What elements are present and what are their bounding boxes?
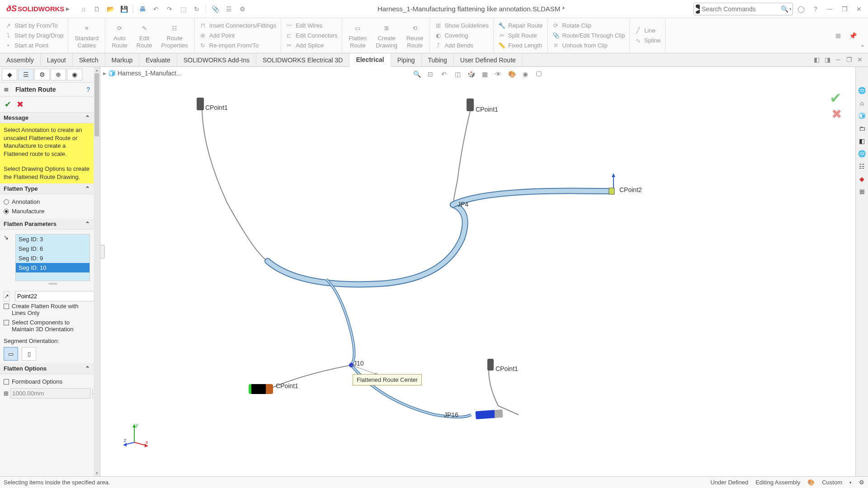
orient-horizontal-button[interactable]: ▭: [4, 347, 18, 361]
pm-tab-dim[interactable]: ⊕: [51, 69, 66, 80]
pm-tab-config[interactable]: ⚙: [34, 69, 50, 80]
section-flatten-options[interactable]: Flatten Options ⌃: [0, 363, 94, 374]
cmd-insert-connectors[interactable]: ⊓Insert Connectors/Fittings: [198, 21, 278, 30]
search-commands[interactable]: ▶ 🔍 ▾: [693, 3, 793, 15]
search-icon[interactable]: 🔍: [781, 5, 788, 13]
tab-tubing[interactable]: Tubing: [422, 53, 454, 66]
save-icon[interactable]: 💾: [118, 3, 130, 15]
scroll-thumb[interactable]: [94, 73, 99, 136]
seg-item-9[interactable]: Seg ID: 9: [16, 253, 90, 263]
cmd-add-point[interactable]: ⊕Add Point: [198, 31, 278, 40]
close-icon[interactable]: ✕: [853, 3, 865, 15]
cmd-edit-connectors[interactable]: ⊏Edit Connectors: [284, 31, 340, 40]
seg-item-10[interactable]: Seg ID: 10: [16, 263, 90, 272]
tab-piping[interactable]: Piping: [391, 53, 422, 66]
cmd-edit-wires[interactable]: 〰Edit Wires: [284, 21, 340, 30]
radio-manufacture[interactable]: Manufacture: [4, 206, 90, 216]
cancel-button[interactable]: ✖: [17, 99, 24, 109]
undo-icon[interactable]: ↶: [150, 3, 162, 15]
view-triad[interactable]: y x z: [123, 422, 150, 449]
cmd-add-bends[interactable]: ⤴Add Bends: [433, 41, 491, 50]
point-select-icon[interactable]: ↗: [4, 291, 9, 301]
connector-cpoint1-c[interactable]: [249, 384, 273, 394]
cmd-auto-route[interactable]: ⟳AutoRoute: [108, 20, 131, 51]
home-icon[interactable]: ⌂: [77, 3, 90, 15]
pm-tab-feature[interactable]: ◆: [2, 69, 17, 80]
tp-appearance-icon[interactable]: 🌐: [857, 148, 868, 159]
cmd-start-at-point[interactable]: •Start at Point: [3, 41, 65, 50]
dropdown-icon[interactable]: ▾: [789, 7, 792, 11]
tab-layout[interactable]: Layout: [41, 53, 73, 66]
cmd-route-through-clip[interactable]: 📎Route/Edit Through Clip: [551, 31, 627, 40]
scroll-up-icon[interactable]: ▴: [94, 67, 100, 73]
tp-home-icon[interactable]: ⌂: [857, 98, 868, 108]
minimize-icon[interactable]: ─: [824, 3, 836, 15]
user-icon[interactable]: ◯: [795, 3, 807, 15]
orient-vertical-button[interactable]: ▯: [22, 347, 36, 361]
cb-maintain-3d[interactable]: Select Components to Maintain 3D Orienta…: [4, 318, 90, 334]
pm-tab-appearance[interactable]: ◉: [67, 69, 82, 80]
tab-addins[interactable]: SOLIDWORKS Add-Ins: [177, 53, 256, 66]
cmd-line[interactable]: ╱Line: [632, 26, 662, 35]
ribbon-expand-icon[interactable]: ⊞: [832, 29, 844, 42]
cmd-route-properties[interactable]: ☷RouteProperties: [158, 20, 192, 51]
cmd-covering[interactable]: ◐Covering: [433, 31, 491, 40]
seg-item-3[interactable]: Seg ID: 3: [16, 235, 90, 244]
tab-evaluate[interactable]: Evaluate: [139, 53, 177, 66]
cmd-reimport[interactable]: ↻Re-Import From/To: [198, 41, 278, 50]
cmd-flatten-route[interactable]: ▭FlattenRoute: [345, 20, 370, 51]
rebuild-icon[interactable]: ↻: [190, 3, 203, 15]
tp-library-icon[interactable]: 🧊: [857, 110, 868, 121]
doc-min-icon[interactable]: ─: [834, 53, 843, 66]
cmd-create-drawing[interactable]: 🗎CreateDrawing: [372, 20, 401, 51]
list-icon[interactable]: ☰: [222, 3, 235, 15]
dimension-input[interactable]: [10, 388, 90, 399]
connector-cpoint1-b[interactable]: [467, 99, 474, 111]
section-flatten-type[interactable]: Flatten Type ⌃: [0, 183, 94, 194]
doc-max-icon[interactable]: ❐: [844, 53, 854, 66]
open-icon[interactable]: 📂: [104, 3, 117, 15]
help-icon[interactable]: ?: [86, 86, 90, 93]
section-message[interactable]: Message ⌃: [0, 113, 94, 123]
status-custom[interactable]: Custom: [822, 479, 842, 486]
seg-item-6[interactable]: Seg ID: 6: [16, 244, 90, 253]
scroll-down-icon[interactable]: ▾: [94, 470, 100, 476]
pm-tab-property[interactable]: ☰: [18, 69, 33, 80]
cmd-edit-route[interactable]: ✎EditRoute: [133, 20, 156, 51]
redo-icon[interactable]: ↷: [163, 3, 176, 15]
tab-markup[interactable]: Markup: [105, 53, 140, 66]
search-input[interactable]: [702, 5, 781, 13]
ok-button[interactable]: ✔: [5, 99, 11, 109]
segment-list[interactable]: Seg ID: 3 Seg ID: 6 Seg ID: 9 Seg ID: 10: [15, 234, 90, 281]
gear-icon[interactable]: ⚙: [236, 3, 249, 15]
panel-scrollbar[interactable]: ▴ ▾: [94, 67, 100, 476]
cb-formboard[interactable]: Formboard Options: [4, 377, 90, 386]
cmd-unhook-clip[interactable]: ⤲Unhook from Clip: [551, 41, 627, 50]
cb-lines-only[interactable]: Create Flatten Route with Lines Only: [4, 301, 90, 318]
status-unit-icon[interactable]: 🎨: [807, 479, 815, 486]
cmd-add-splice[interactable]: ✂Add Splice: [284, 41, 340, 50]
doc-tab-prev-icon[interactable]: ◧: [812, 53, 821, 66]
tab-sketch[interactable]: Sketch: [73, 53, 105, 66]
cmd-show-guidelines[interactable]: ⊞Show Guidelines: [433, 21, 491, 30]
options-icon[interactable]: 📎: [209, 3, 222, 15]
tab-assembly[interactable]: Assembly: [0, 53, 41, 66]
tab-user-route[interactable]: User Defined Route: [454, 53, 523, 66]
tab-electrical[interactable]: Electrical: [349, 53, 391, 67]
cmd-start-drag-drop[interactable]: ⤵Start by Drag/Drop: [3, 31, 65, 40]
tp-forum-icon[interactable]: ◆: [857, 174, 868, 184]
tp-view-icon[interactable]: ◧: [857, 136, 868, 146]
tp-custom-icon[interactable]: ⊞: [857, 186, 868, 197]
cmd-spline[interactable]: ∿Spline: [632, 36, 662, 45]
tp-properties-icon[interactable]: ☷: [857, 161, 868, 172]
cmd-split-route[interactable]: ✂Split Route: [496, 31, 545, 40]
cmd-reuse-route[interactable]: ⟲ReuseRoute: [403, 20, 427, 51]
doc-close-icon[interactable]: ✕: [855, 53, 864, 66]
tp-explorer-icon[interactable]: 🗀: [857, 123, 868, 134]
print-icon[interactable]: 🖶: [136, 3, 149, 15]
ribbon-pin-icon[interactable]: 📌: [846, 29, 859, 42]
list-resize-handle[interactable]: [15, 282, 90, 287]
connector-cpoint1-a[interactable]: [197, 98, 204, 110]
graphics-viewport[interactable]: ▸ 🧊 Harness_1-Manufact... 🔍 ⊡ ↶ ◫ 🎲 ▦ 👁 …: [100, 67, 855, 476]
cmd-standard-cables[interactable]: ≡StandardCables: [71, 20, 102, 51]
